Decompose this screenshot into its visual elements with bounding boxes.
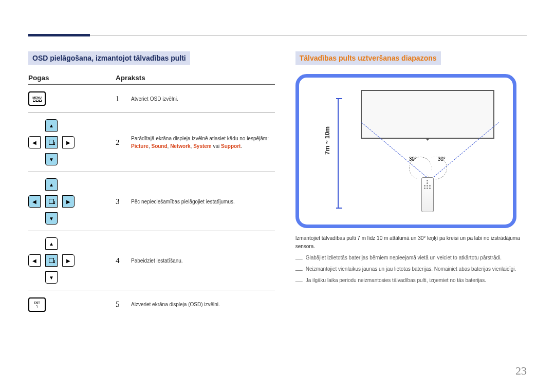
dpad-icon: ▲▼◀▶ <box>28 178 75 225</box>
angle-right: 30° <box>438 156 446 162</box>
left-column: OSD pielāgošana, izmantojot tālvadības p… <box>28 51 275 319</box>
row-icon: ▲▼◀▶ <box>28 119 116 165</box>
dpad-center <box>45 254 58 267</box>
row-desc: Pabeidziet iestatīšanu. <box>131 257 275 265</box>
page-number: 23 <box>515 364 527 378</box>
left-title: OSD pielāgošana, izmantojot tālvadības p… <box>28 51 190 65</box>
row-icon: ▲▼◀▶ <box>28 178 116 225</box>
dpad-center <box>45 195 58 208</box>
note-dash: — <box>295 255 303 262</box>
dpad-icon: ▲▼◀▶ <box>28 237 75 284</box>
dpad-up: ▲ <box>45 178 58 191</box>
distance-label: 7m ~ 10m <box>324 126 331 155</box>
row-desc: Aizveriet ekrāna displeja (OSD) izvēlni. <box>131 301 275 308</box>
th-desc: Apraksts <box>116 74 275 82</box>
dpad-center <box>45 136 58 148</box>
row-icon: MENU <box>28 91 116 106</box>
dpad-icon: ▲▼◀▶ <box>28 119 75 165</box>
remote-icon <box>421 177 434 212</box>
th-buttons: Pogas <box>28 74 116 82</box>
table-row: ▲▼◀▶ 2 Parādītajā ekrāna displeja izvēln… <box>28 113 275 172</box>
note-dash: — <box>295 277 303 285</box>
note-item: —Neizmantojiet vienlaikus jaunas un jau … <box>295 266 527 273</box>
angle-left: 30° <box>409 156 417 162</box>
dpad-up: ▲ <box>45 237 58 250</box>
content-area: OSD pielāgošana, izmantojot tālvadības p… <box>28 51 527 319</box>
row-number: 2 <box>116 138 131 147</box>
dpad-left: ◀ <box>28 254 41 267</box>
row-number: 1 <box>116 95 131 103</box>
dpad-right: ▶ <box>62 136 75 148</box>
row-number: 5 <box>116 300 131 309</box>
dpad-right: ▶ <box>62 254 75 267</box>
row-icon: ▲▼◀▶ <box>28 237 116 284</box>
menu-button-icon: MENU <box>28 91 46 106</box>
row-number: 4 <box>116 256 131 265</box>
dpad-down: ▼ <box>45 271 58 284</box>
row-icon: EXIT⤵ <box>28 297 116 312</box>
dpad-down: ▼ <box>45 153 58 165</box>
row-desc: Parādītajā ekrāna displeja izvēlnē atlas… <box>131 135 275 150</box>
row-desc: Atveriet OSD izvēlni. <box>131 95 275 103</box>
right-column: Tālvadības pults uztveršanas diapazons 7… <box>295 51 527 319</box>
right-title: Tālvadības pults uztveršanas diapazons <box>295 51 441 65</box>
note-text: Neizmantojiet vienlaikus jaunas un jau l… <box>306 266 516 273</box>
table-row: MENU 1 Atveriet OSD izvēlni. <box>28 85 275 113</box>
note-dash: — <box>295 266 303 273</box>
note-text: Glabājiet izlietotās baterijas bērniem n… <box>306 255 502 262</box>
table-row: ▲▼◀▶ 4 Pabeidziet iestatīšanu. <box>28 231 275 290</box>
tv-icon <box>361 90 494 139</box>
note-item: —Glabājiet izlietotās baterijas bērniem … <box>295 255 527 262</box>
range-diagram: 7m ~ 10m 30° 30° <box>295 74 516 228</box>
header-accent <box>28 34 90 36</box>
table-row: ▲▼◀▶ 3 Pēc nepieciešamības pielāgojiet i… <box>28 172 275 231</box>
row-number: 3 <box>116 197 131 206</box>
dpad-down: ▼ <box>45 212 58 225</box>
distance-line <box>338 98 339 209</box>
exit-button-icon: EXIT⤵ <box>28 297 46 312</box>
right-body: Izmantojiet tālvadības pulti 7 m līdz 10… <box>295 234 527 251</box>
table-header: Pogas Apraksts <box>28 74 275 85</box>
table-row: EXIT⤵ 5 Aizveriet ekrāna displeja (OSD) … <box>28 290 275 319</box>
dpad-up: ▲ <box>45 119 58 132</box>
dpad-right: ▶ <box>62 195 75 208</box>
dpad-left: ◀ <box>28 136 41 148</box>
note-item: —Ja ilgāku laika periodu neizmantosies t… <box>295 277 527 285</box>
dpad-left: ◀ <box>28 195 41 208</box>
row-desc: Pēc nepieciešamības pielāgojiet iestatīj… <box>131 198 275 206</box>
header-rule <box>28 35 527 35</box>
note-text: Ja ilgāku laika periodu neizmantosies tā… <box>306 277 486 285</box>
